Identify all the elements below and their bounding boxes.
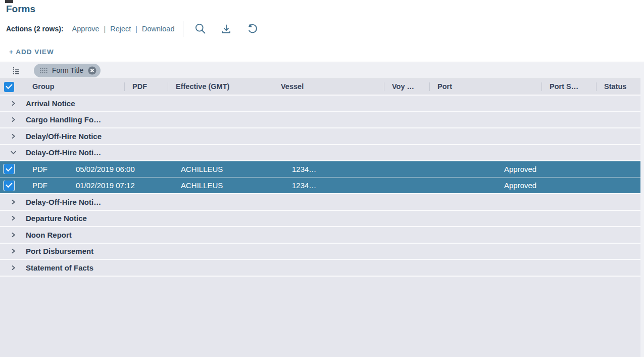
download-link[interactable]: Download	[142, 25, 175, 33]
group-label: Cargo Handling Fo…	[26, 115, 101, 124]
cell-status: Approved	[496, 165, 640, 173]
group-label: Delay/Off-Hire Notice	[26, 132, 102, 141]
group-row[interactable]: Arrival Notice	[0, 96, 640, 112]
cell-effective: 01/02/2019 07:12	[68, 181, 173, 190]
group-row[interactable]: Cargo Handling Fo…	[0, 112, 640, 129]
chevron-right-icon[interactable]	[10, 264, 17, 271]
cell-vessel: ACHILLEUS	[173, 165, 284, 173]
form-row[interactable]: PDF01/02/2019 07:12ACHILLEUS1234…Approve…	[0, 178, 640, 195]
download-icon[interactable]	[220, 22, 233, 35]
header-select-cell	[0, 79, 24, 95]
action-links: Approve|Reject|Download	[72, 24, 175, 33]
chevron-right-icon[interactable]	[10, 199, 17, 205]
group-chip-form-title[interactable]: Form Title	[34, 64, 101, 77]
chevron-right-icon[interactable]	[10, 100, 17, 107]
screen-artifact	[5, 0, 13, 3]
cell-pdf[interactable]: PDF	[24, 181, 68, 190]
table-body: Arrival NoticeCargo Handling Fo…Delay/Of…	[0, 96, 640, 277]
row-checkbox[interactable]	[4, 181, 14, 191]
toolbar-divider	[183, 21, 183, 37]
table-header-row: GroupPDFEffective (GMT)VesselVoy …PortPo…	[0, 79, 640, 96]
group-by-icon[interactable]	[12, 66, 20, 75]
scrollbar-track[interactable]	[640, 62, 644, 357]
actions-count-label: Actions (2 rows):	[6, 25, 64, 33]
chevron-down-icon[interactable]	[10, 149, 17, 156]
group-row[interactable]: Departure Notice	[0, 211, 640, 228]
group-label: Noon Report	[26, 231, 72, 239]
select-all-checkbox[interactable]	[4, 82, 14, 92]
group-label: Arrival Notice	[26, 99, 75, 108]
chevron-right-icon[interactable]	[10, 248, 17, 254]
column-header-port_s[interactable]: Port S…	[541, 79, 596, 95]
forms-table: Form Title GroupPDFEffective (GMT)Vessel…	[0, 62, 644, 357]
chevron-right-icon[interactable]	[10, 133, 17, 140]
cell-status: Approved	[496, 181, 640, 190]
row-select-cell	[0, 181, 24, 191]
reject-link[interactable]: Reject	[110, 25, 131, 33]
cell-pdf[interactable]: PDF	[24, 165, 68, 173]
page-title: Forms	[6, 4, 35, 15]
link-separator: |	[135, 25, 137, 33]
cell-voy: 1234…	[284, 165, 329, 173]
group-label: Statement of Facts	[26, 263, 93, 272]
row-select-cell	[0, 164, 24, 174]
actions-bar: Actions (2 rows): Approve|Reject|Downloa…	[6, 21, 271, 37]
group-by-bar: Form Title	[0, 62, 640, 79]
column-header-group[interactable]: Group	[24, 79, 124, 95]
group-label: Delay-Off-Hire Noti…	[26, 198, 101, 206]
search-icon[interactable]	[194, 22, 207, 35]
group-row[interactable]: Statement of Facts	[0, 260, 640, 277]
chevron-right-icon[interactable]	[10, 215, 17, 221]
group-label: Departure Notice	[26, 214, 87, 222]
column-header-pdf[interactable]: PDF	[124, 79, 168, 95]
chevron-right-icon[interactable]	[10, 232, 17, 238]
undo-icon[interactable]	[245, 22, 259, 35]
column-header-effective[interactable]: Effective (GMT)	[168, 79, 273, 95]
cell-voy: 1234…	[284, 181, 329, 190]
drag-handle-icon[interactable]	[40, 68, 47, 73]
group-row[interactable]: Delay-Off-Hire Noti…	[0, 145, 640, 162]
group-row[interactable]: Noon Report	[0, 227, 640, 244]
column-header-status[interactable]: Status	[596, 79, 640, 95]
form-row[interactable]: PDF05/02/2019 06:00ACHILLEUS1234…Approve…	[0, 161, 640, 178]
cell-vessel: ACHILLEUS	[173, 181, 284, 190]
group-row[interactable]: Delay/Off-Hire Notice	[0, 128, 640, 145]
action-icons	[194, 22, 271, 35]
group-row[interactable]: Port Disbursement	[0, 244, 640, 260]
add-view-button[interactable]: + ADD VIEW	[9, 48, 54, 56]
remove-chip-icon[interactable]	[88, 66, 96, 75]
chip-label: Form Title	[52, 66, 83, 74]
group-row[interactable]: Delay-Off-Hire Noti…	[0, 194, 640, 211]
row-checkbox[interactable]	[4, 164, 14, 174]
column-header-port[interactable]: Port	[429, 79, 541, 95]
group-label: Port Disbursement	[26, 247, 93, 255]
column-header-voy[interactable]: Voy …	[384, 79, 429, 95]
chevron-right-icon[interactable]	[10, 116, 17, 123]
cell-effective: 05/02/2019 06:00	[68, 165, 173, 173]
approve-link[interactable]: Approve	[72, 25, 100, 33]
link-separator: |	[104, 25, 106, 33]
column-header-vessel[interactable]: Vessel	[273, 79, 384, 95]
group-label: Delay-Off-Hire Noti…	[26, 148, 101, 157]
